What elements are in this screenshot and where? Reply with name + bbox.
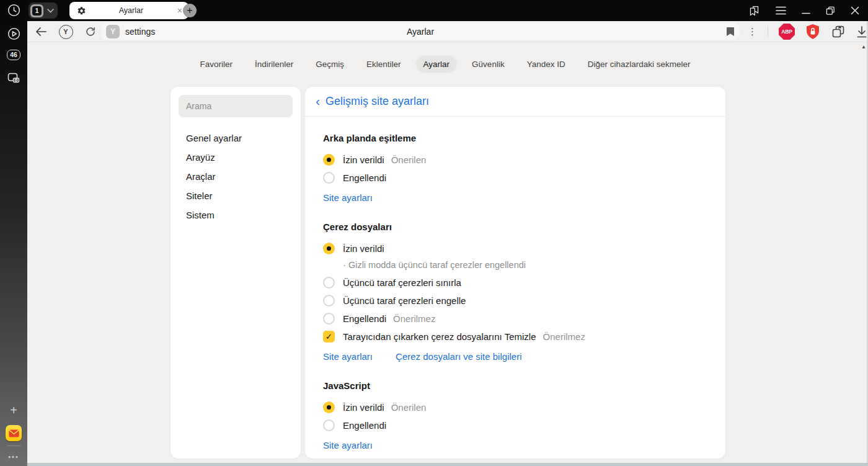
more-options-icon[interactable]: ••• xyxy=(0,453,27,460)
back-button[interactable] xyxy=(32,23,50,40)
radio-icon[interactable] xyxy=(323,172,335,184)
add-panel-icon[interactable]: + xyxy=(0,403,27,418)
left-rail: 46 + ••• xyxy=(0,0,27,466)
section-background-sync: Arka planda eşitleme İzin verildi Öneril… xyxy=(323,133,707,203)
settings-nav: Favoriler İndirilenler Geçmiş Eklentiler… xyxy=(27,56,863,73)
tabs-collections-icon[interactable] xyxy=(831,24,846,39)
checkbox-clear-cookies-on-exit[interactable]: ✓ Tarayıcıdan çıkarken çerez dosyalarını… xyxy=(323,328,707,346)
radio-selected-icon[interactable] xyxy=(323,243,335,254)
nav-tab-favoriler[interactable]: Favoriler xyxy=(192,56,240,73)
adblock-plus-icon[interactable]: ABP xyxy=(779,24,795,40)
option-label: İzin verildi xyxy=(343,155,384,165)
option-label: İzin verildi xyxy=(343,402,384,413)
content-title[interactable]: Gelişmiş site ayarları xyxy=(326,95,429,108)
checkbox-checked-icon[interactable]: ✓ xyxy=(323,331,335,343)
radio-option-allowed[interactable]: İzin verildi Önerilen xyxy=(323,151,707,169)
option-label: Engellendi xyxy=(343,420,386,431)
nav-tab-indirilenler[interactable]: İndirilenler xyxy=(247,56,301,73)
nav-tab-yandex-id[interactable]: Yandex ID xyxy=(520,56,573,73)
radio-option-allowed[interactable]: İzin verildi Önerilen xyxy=(323,398,707,416)
chevron-down-icon[interactable] xyxy=(47,9,54,13)
menu-icon[interactable] xyxy=(776,6,786,15)
security-shield-icon[interactable] xyxy=(805,24,820,40)
option-label: Engellendi xyxy=(343,313,386,324)
section-title: Arka planda eşitleme xyxy=(323,133,707,143)
yandex-mail-app-icon[interactable] xyxy=(0,425,27,441)
tab-count-badge[interactable]: 46 xyxy=(0,50,27,60)
site-settings-link[interactable]: Site ayarları xyxy=(323,351,373,362)
tab-counter-button[interactable]: 1 xyxy=(30,4,43,17)
option-badge: Önerilmez xyxy=(393,313,435,324)
yandex-home-button[interactable]: Y xyxy=(57,23,74,40)
browser-tab[interactable]: Ayarlar × xyxy=(69,2,188,19)
option-label: Üçüncü taraf çerezleri engelle xyxy=(343,295,466,306)
cookies-and-site-data-link[interactable]: Çerez dosyaları ve site bilgileri xyxy=(396,351,521,362)
sidebar-item-sistem[interactable]: Sistem xyxy=(170,205,301,225)
option-badge: Önerilen xyxy=(391,402,427,413)
site-settings-link[interactable]: Site ayarları xyxy=(323,192,373,203)
nav-tab-gecmis[interactable]: Geçmiş xyxy=(308,56,352,73)
rail-divider xyxy=(0,446,27,446)
new-tab-button[interactable]: + xyxy=(183,4,197,17)
nav-tab-guvenlik[interactable]: Güvenlik xyxy=(464,56,512,73)
settings-sidebar: Genel ayarlar Arayüz Araçlar Siteler Sis… xyxy=(170,87,301,459)
content-header: ‹ Gelişmiş site ayarları xyxy=(305,87,725,117)
video-play-icon[interactable] xyxy=(0,27,27,41)
search-input[interactable] xyxy=(179,95,293,117)
minimize-icon[interactable] xyxy=(802,7,810,14)
sidebar-item-araclar[interactable]: Araçlar xyxy=(170,167,301,186)
radio-option-blocked[interactable]: Engellendi xyxy=(323,416,707,434)
scroll-up-arrow[interactable]: ▲ xyxy=(861,44,866,50)
radio-option-blocked[interactable]: Engellendi Önerilmez xyxy=(323,310,707,328)
screenshot-icon[interactable] xyxy=(0,71,27,86)
radio-icon[interactable] xyxy=(323,295,335,307)
restore-icon[interactable] xyxy=(826,6,835,16)
settings-content: ‹ Gelişmiş site ayarları Arka planda eşi… xyxy=(305,87,725,459)
option-label: Üçüncü taraf çerezleri sınırla xyxy=(343,277,461,288)
page-title: Ayarlar xyxy=(101,27,740,37)
nav-tab-diger-cihazlar[interactable]: Diğer cihazlardaki sekmeler xyxy=(580,56,698,73)
nav-tab-ayarlar[interactable]: Ayarlar xyxy=(416,56,458,73)
refresh-button[interactable] xyxy=(82,23,99,40)
radio-icon[interactable] xyxy=(323,277,335,289)
radio-icon[interactable] xyxy=(323,313,335,325)
browser-window: 1 Ayarlar × + 46 + xyxy=(0,0,868,466)
close-icon[interactable] xyxy=(851,6,859,15)
radio-option-allowed[interactable]: İzin verildi xyxy=(323,240,707,258)
sidebar-item-arayuz[interactable]: Arayüz xyxy=(170,148,301,167)
back-chevron-icon[interactable]: ‹ xyxy=(316,94,320,107)
radio-option-limit-third-party[interactable]: Üçüncü taraf çerezleri sınırla xyxy=(323,274,707,292)
radio-option-block-third-party[interactable]: Üçüncü taraf çerezleri engelle xyxy=(323,292,707,310)
bullet-icon: · xyxy=(343,260,346,270)
url-text[interactable]: settings xyxy=(125,27,155,37)
download-icon[interactable] xyxy=(856,26,867,38)
site-favicon: Y xyxy=(106,25,120,38)
section-title: JavaScript xyxy=(323,380,707,391)
tab-count-value: 46 xyxy=(7,50,20,60)
tab-group[interactable]: 1 xyxy=(29,2,58,19)
radio-option-blocked[interactable]: Engellendi xyxy=(323,169,707,187)
window-bottom-edge xyxy=(27,463,868,466)
tab-title: Ayarlar xyxy=(86,6,176,15)
side-panel-icon[interactable] xyxy=(748,5,760,17)
section-title: Çerez dosyaları xyxy=(323,222,707,232)
site-settings-link[interactable]: Site ayarları xyxy=(323,440,373,450)
tab-counter-value: 1 xyxy=(32,6,42,16)
sidebar-item-siteler[interactable]: Siteler xyxy=(170,186,301,205)
option-label: Engellendi xyxy=(343,173,386,183)
history-clock-icon[interactable] xyxy=(0,3,27,17)
bookmark-icon[interactable] xyxy=(726,27,735,37)
section-javascript: JavaScript İzin verildi Önerilen Engelle… xyxy=(323,380,707,450)
option-badge: Önerilen xyxy=(391,155,427,165)
toolbar-divider xyxy=(768,27,768,37)
option-badge: Önerilmez xyxy=(543,331,585,342)
radio-selected-icon[interactable] xyxy=(323,154,335,166)
nav-tab-eklentiler[interactable]: Eklentiler xyxy=(359,56,409,73)
section-cookies: Çerez dosyaları İzin verildi · Gizli mod… xyxy=(323,222,707,362)
option-label: Tarayıcıdan çıkarken çerez dosyalarını T… xyxy=(343,331,536,342)
radio-selected-icon[interactable] xyxy=(323,401,335,413)
address-bar[interactable]: Y settings Ayarlar xyxy=(101,23,740,40)
radio-icon[interactable] xyxy=(323,419,335,431)
kebab-menu-icon[interactable]: ⋮ xyxy=(748,26,757,37)
sidebar-item-genel-ayarlar[interactable]: Genel ayarlar xyxy=(170,128,301,148)
